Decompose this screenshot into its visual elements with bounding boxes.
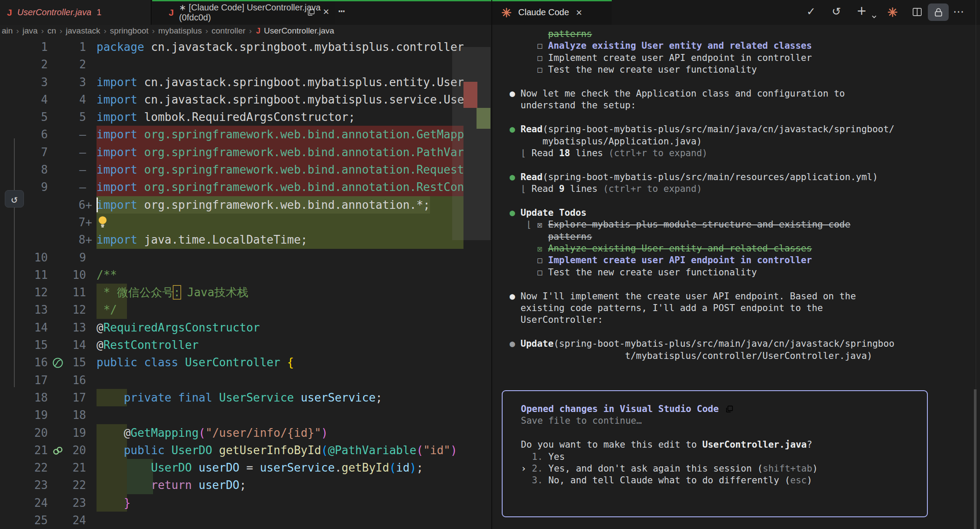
code-line[interactable]: 2322 return userDO;	[0, 476, 491, 494]
code-line[interactable]: 7—import org.springframework.web.bind.an…	[0, 144, 491, 161]
new-line-number: 24	[51, 512, 86, 529]
code-line[interactable]: 1413@RequiredArgsConstructor	[0, 319, 491, 336]
text-segment: ⌊	[510, 148, 532, 158]
code-line[interactable]: 1211 * 微信公众号: Java技术栈	[0, 284, 491, 301]
lightbulb-icon[interactable]	[97, 215, 108, 231]
open-in-editor-icon[interactable]	[725, 405, 733, 415]
tab-usercontroller[interactable]: J UserController.java 1	[0, 0, 151, 25]
code-line[interactable]: 55import lombok.RequiredArgsConstructor;	[0, 108, 491, 126]
dialog-option-1[interactable]: 1. Yes	[521, 451, 927, 463]
code-line[interactable]: 2120 public UserDO getUserInfoById(@Path…	[0, 442, 491, 459]
code-line[interactable]: 22	[0, 56, 491, 73]
chevron-down-icon[interactable]	[871, 10, 877, 22]
code-line[interactable]: 33import cn.javastack.springboot.mybatis…	[0, 74, 491, 91]
code-token: RequiredArgsConstructor	[103, 321, 260, 334]
code-token: * 微信公众号	[97, 286, 173, 299]
java-file-icon: J	[7, 7, 12, 18]
old-line-number: 3	[13, 74, 48, 91]
code-line[interactable]: 9—import org.springframework.web.bind.an…	[0, 178, 491, 196]
code-line[interactable]: 1716	[0, 372, 491, 389]
breadcrumb-item[interactable]: springboot	[110, 26, 149, 36]
code-line[interactable]: 8+import java.time.LocalDateTime;	[0, 231, 491, 248]
code-token: import	[97, 110, 137, 124]
breadcrumb-item[interactable]: cn	[47, 26, 56, 36]
revert-block-button[interactable]: ↺	[5, 190, 24, 208]
editor-scrollbar[interactable]	[452, 47, 490, 240]
code-line[interactable]: 11package cn.javastack.springboot.mybati…	[0, 38, 491, 56]
code-text: /**	[97, 266, 463, 284]
old-line-number: 6	[13, 126, 48, 143]
tab-claude-diff[interactable]: J ∗ [Claude Code] UserController.java (0…	[151, 0, 335, 25]
breadcrumb-item[interactable]: javastack	[66, 26, 100, 36]
code-line[interactable]: 6+import org.springframework.web.bind.an…	[0, 196, 491, 214]
bean-icon[interactable]	[52, 356, 64, 368]
code-line[interactable]: 1312 */	[0, 301, 491, 318]
code-line[interactable]: 44import cn.javastack.springboot.mybatis…	[0, 91, 491, 108]
dialog-option-2[interactable]: › 2. Yes, and don't ask again this sessi…	[521, 463, 927, 475]
breadcrumb-item[interactable]: controller	[212, 26, 246, 36]
close-icon[interactable]: ×	[576, 7, 582, 19]
diff-editor[interactable]: 11package cn.javastack.springboot.mybati…	[0, 38, 491, 529]
code-token: import	[97, 181, 137, 194]
compare-changes-icon[interactable]	[307, 8, 315, 19]
lock-icon[interactable]	[928, 3, 949, 21]
link-icon[interactable]	[52, 444, 64, 456]
tab-claude-code[interactable]: Claude Code ×	[492, 0, 612, 25]
code-token: getById	[342, 461, 390, 474]
check-icon[interactable]: ✓	[807, 5, 816, 18]
more-icon[interactable]: ⋯	[953, 5, 964, 18]
undo-icon[interactable]: ↺	[832, 5, 841, 18]
old-line-number: 23	[13, 476, 48, 494]
code-line[interactable]: 2019 @GetMapping("/user/info/{id}")	[0, 424, 491, 442]
dialog-text: Do you want to make this edit to UserCon…	[521, 439, 927, 451]
code-token: org.springframework.web.bind.annotation.…	[137, 163, 463, 176]
text-segment: Save file to continue…	[521, 415, 642, 426]
code-line[interactable]: 1110/**	[0, 266, 491, 284]
code-line[interactable]: 2423 }	[0, 494, 491, 512]
text-segment: (spring-boot-mybatis-plus/src/main/java/…	[553, 338, 894, 349]
permission-dialog: Opened changes in Visual Studio Code Sav…	[502, 390, 928, 517]
breadcrumb-file[interactable]: UserController.java	[264, 26, 334, 36]
text-segment: ☒	[537, 219, 548, 230]
text-cursor	[97, 198, 98, 212]
code-line[interactable]: 1615public class UserController {	[0, 354, 491, 371]
code-line[interactable]: 109	[0, 249, 491, 266]
code-token: private	[124, 391, 172, 404]
old-line-number: 4	[13, 91, 48, 108]
code-text: package cn.javastack.springboot.mybatisp…	[97, 38, 463, 56]
breadcrumb-item[interactable]: ain	[2, 26, 13, 36]
dialog-option-3[interactable]: 3. No, and tell Claude what to do differ…	[521, 475, 927, 486]
terminal-line	[510, 326, 975, 338]
code-line[interactable]: 1918	[0, 406, 491, 424]
code-token	[192, 479, 199, 492]
deleted-line-marker: —	[51, 161, 86, 178]
code-token: import	[97, 76, 137, 89]
code-line[interactable]: 6—import org.springframework.web.bind.an…	[0, 126, 491, 143]
code-line[interactable]: 8—import org.springframework.web.bind.an…	[0, 161, 491, 178]
old-line-number: 5	[13, 108, 48, 126]
text-segment: ●	[510, 88, 520, 99]
code-line[interactable]: 7+	[0, 214, 491, 231]
split-editor-icon[interactable]	[912, 7, 923, 20]
code-line[interactable]: 1514@RestController	[0, 336, 491, 354]
new-line-number: 11	[51, 284, 86, 301]
code-line[interactable]: 2221 UserDO userDO = userService.getById…	[0, 459, 491, 476]
code-token	[294, 391, 301, 404]
claude-spark-icon[interactable]	[887, 7, 898, 20]
old-line-number: 8	[13, 161, 48, 178]
plus-icon[interactable]: +	[857, 3, 867, 18]
breadcrumb-item[interactable]: mybatisplus	[158, 26, 202, 36]
panel-scrollbar[interactable]	[974, 389, 977, 529]
terminal-line	[510, 195, 975, 207]
more-actions-icon[interactable]: ⋯	[338, 4, 346, 17]
close-icon[interactable]: ×	[323, 6, 329, 18]
code-line[interactable]: 2524	[0, 512, 491, 529]
breadcrumb-item[interactable]: java	[23, 26, 38, 36]
code-token: (	[199, 426, 206, 439]
code-line[interactable]: 1817 private final UserService userServi…	[0, 389, 491, 406]
text-segment: Explore mybatis-plus module structure an…	[548, 219, 850, 230]
code-token	[280, 356, 287, 369]
code-token: ;	[417, 461, 423, 474]
code-token: cn.javastack.springboot.mybatisplus.serv…	[137, 93, 463, 106]
old-line-number: 20	[13, 424, 48, 442]
